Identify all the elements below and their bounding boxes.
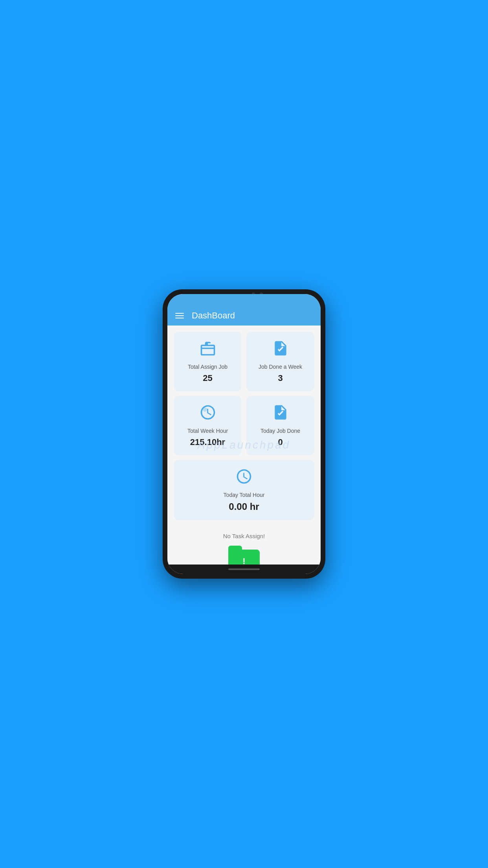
stat-label-job-done-week: Job Done a Week [259, 364, 302, 370]
phone-screen: DashBoard AppLaunchpad Total Assign Job … [167, 294, 321, 574]
phone-frame: DashBoard AppLaunchpad Total Assign Job … [163, 289, 325, 579]
no-task-message: No Task Assign! [223, 533, 265, 539]
status-bar [167, 294, 321, 306]
stat-card-total-week-hour: Total Week Hour 215.10hr [174, 396, 242, 455]
today-total-label: Today Total Hour [224, 492, 265, 498]
stat-label-total-week-hour: Total Week Hour [187, 428, 228, 434]
stat-value-total-week-hour: 215.10hr [190, 437, 225, 447]
bottom-bar [167, 565, 321, 574]
stat-card-total-assign-job: Total Assign Job 25 [174, 332, 242, 391]
stat-label-total-assign-job: Total Assign Job [188, 364, 227, 370]
today-total-hour-card: Today Total Hour 0.00 hr [174, 460, 314, 520]
stat-value-total-assign-job: 25 [203, 373, 212, 383]
stat-value-job-done-week: 3 [278, 373, 283, 383]
document-check-today-icon [272, 404, 289, 425]
today-total-value: 0.00 hr [229, 501, 259, 512]
hamburger-line-1 [175, 313, 184, 314]
today-clock-icon [235, 468, 253, 489]
stat-value-today-job-done: 0 [278, 437, 283, 447]
svg-point-0 [203, 407, 207, 412]
stat-card-today-job-done: Today Job Done 0 [246, 396, 314, 455]
briefcase-icon [199, 340, 216, 360]
app-bar: DashBoard [167, 306, 321, 326]
stat-label-today-job-done: Today Job Done [261, 428, 300, 434]
hamburger-line-3 [175, 318, 184, 318]
main-content[interactable]: AppLaunchpad Total Assign Job 25 [167, 326, 321, 565]
empty-state: No Task Assign! ! [174, 525, 314, 565]
stat-card-job-done-week: Job Done a Week 3 [246, 332, 314, 391]
home-indicator [228, 568, 260, 570]
folder-exclamation-mark: ! [242, 556, 245, 565]
app-bar-title: DashBoard [192, 311, 235, 321]
clock-icon [199, 404, 216, 425]
stats-grid: Total Assign Job 25 Job Done a Week 3 [174, 332, 314, 455]
folder-exclamation-icon: ! [228, 546, 260, 565]
document-check-icon [272, 340, 289, 360]
menu-button[interactable] [175, 313, 184, 318]
hamburger-line-2 [175, 315, 184, 316]
